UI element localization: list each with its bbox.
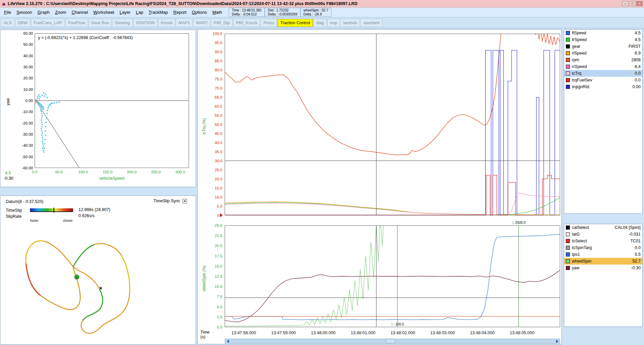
- channel-value: 0.0: [635, 245, 641, 250]
- tab-gear-box[interactable]: Gear Box: [89, 19, 112, 27]
- tab-p60-knock[interactable]: P60_Knock: [233, 19, 260, 27]
- tab-map2[interactable]: MAP2: [193, 19, 210, 27]
- x-tick: 13:48:00.000: [311, 331, 335, 335]
- channel-color-swatch: [566, 78, 570, 82]
- datum-panel: Datum(8 - 0:37.520) TimeSlip Sync × Time…: [0, 196, 196, 345]
- y-tick: 20.00: [23, 76, 33, 80]
- tab-standard[interactable]: standard: [360, 19, 382, 27]
- channel-value: 0.0: [635, 78, 641, 82]
- channel-color-swatch: [566, 252, 570, 256]
- menu-item-channel[interactable]: Channel: [69, 8, 91, 16]
- timeslip-gradient-bar[interactable]: [30, 208, 73, 212]
- menu-item-layer[interactable]: Layer: [117, 8, 133, 16]
- y-tick: 40.0: [215, 141, 222, 145]
- menu-item-report[interactable]: Report: [171, 8, 189, 16]
- tab-als[interactable]: ALS: [1, 19, 14, 27]
- tab-dbw[interactable]: DBW: [15, 19, 30, 27]
- channel-color-swatch: [566, 232, 570, 236]
- channel-row-rpm[interactable]: rpm2808: [564, 57, 642, 63]
- timeslip-sync-checkbox[interactable]: ×: [183, 199, 187, 203]
- yaw-scatter-plot[interactable]: [35, 33, 189, 168]
- channel-row-trqIgnRtd[interactable]: trqIgnRtd0.00: [564, 83, 642, 90]
- channel-row-trqFuelSev[interactable]: trqFuelSev0.0: [564, 77, 642, 83]
- menu-item-zoom[interactable]: Zoom: [52, 8, 69, 16]
- tab-knock[interactable]: Knock: [158, 19, 175, 27]
- tab-lambda[interactable]: lambda: [341, 19, 360, 27]
- menu-item-math[interactable]: Math: [210, 8, 225, 16]
- track-map[interactable]: 1✕: [9, 226, 157, 341]
- scroll-left-icon[interactable]: [225, 339, 230, 343]
- channel-color-swatch: [566, 31, 570, 35]
- channel-row-flSpeed[interactable]: flSpeed4.5: [564, 30, 642, 36]
- channel-value: 6.9: [635, 51, 641, 56]
- channel-row-frSpeed[interactable]: frSpeed4.5: [564, 36, 642, 43]
- channel-name: gear: [572, 44, 629, 49]
- y-tick: 0.00: [26, 99, 33, 103]
- tab-diag[interactable]: diag: [314, 19, 327, 27]
- y-tick: 10.0: [215, 195, 222, 199]
- channel-color-swatch: [566, 239, 570, 243]
- channel-row-calSelect[interactable]: calSelectCAL04 [Spint]: [564, 224, 642, 231]
- tab-p60-dip[interactable]: P60_Dip: [211, 19, 232, 27]
- tab-fuelflow[interactable]: FuelFlow: [65, 19, 88, 27]
- minimize-button-icon[interactable]: –: [622, 1, 629, 6]
- y-tick: 25.0: [215, 223, 222, 228]
- channel-name: rpm: [572, 58, 631, 62]
- tab-press[interactable]: Press: [261, 19, 277, 27]
- x-tick: 13:48:02.000: [390, 331, 415, 335]
- tab-fuelcons-lap[interactable]: FuelCons_LAP: [31, 19, 65, 27]
- channel-name: yaw: [572, 266, 631, 270]
- y-tick: 30.00: [23, 65, 33, 69]
- channel-row-rrSpeed[interactable]: rrSpeed6.4: [564, 63, 642, 70]
- menu-item-session[interactable]: Session: [14, 8, 35, 16]
- maximize-button-icon[interactable]: □: [629, 1, 636, 6]
- channel-row-gear[interactable]: gearFIRST: [564, 43, 642, 50]
- channel-row-latG[interactable]: latG-0.031: [564, 231, 642, 238]
- timeslip-gradient-marker[interactable]: [54, 208, 54, 213]
- y-tick: 5.0: [217, 305, 222, 309]
- tab-traction-control[interactable]: Traction Control: [278, 19, 313, 27]
- channel-value: 4.5: [635, 37, 641, 42]
- channel-row-tcTrq[interactable]: tcTrq0.0: [564, 70, 642, 77]
- y-tick: -10.00: [22, 110, 33, 114]
- x-tick: 13:48:05.000: [510, 331, 534, 335]
- tab-ignition[interactable]: IGNITION: [133, 19, 158, 27]
- x-tick: 13:48:03.000: [430, 331, 455, 335]
- x-tick: 300.0: [175, 170, 185, 174]
- tab-bar: ALSDBWFuelCons_LAPFuelFlowGear BoxGearin…: [0, 18, 644, 28]
- scrollbar-thumb[interactable]: [386, 339, 395, 343]
- channel-row-tcSpinTarg[interactable]: tcSpinTarg0.0: [564, 244, 642, 251]
- y-tick: 100.0: [213, 32, 222, 36]
- y-tick: 40.00: [23, 54, 33, 58]
- channel-value: TC01: [630, 239, 641, 243]
- channel-value: 52.7: [633, 259, 641, 264]
- channel-row-yaw[interactable]: yaw-0.30: [564, 265, 642, 271]
- wheelspin-chart-plot[interactable]: ▽ -100.0△ 2500.0: [225, 226, 560, 327]
- scrollbar-track[interactable]: [230, 339, 554, 343]
- app-logo-icon: [1, 1, 6, 6]
- channel-row-rlSpeed[interactable]: rlSpeed6.9: [564, 50, 642, 57]
- menu-item-graph[interactable]: Graph: [35, 8, 52, 16]
- scroll-right-icon[interactable]: [554, 339, 560, 343]
- channel-value: -0.30: [631, 266, 641, 270]
- scatter-x-ticks: 0.050.0100.0150.0200.0250.0300.0: [35, 170, 189, 175]
- channel-row-tps1[interactable]: tps15.5: [564, 251, 642, 258]
- menu-item-trackmap[interactable]: TrackMap: [146, 8, 170, 16]
- horizontal-scrollbar[interactable]: [225, 339, 560, 344]
- right-column: flSpeed4.5frSpeed4.5gearFIRSTrlSpeed6.9r…: [563, 29, 644, 345]
- charts-panel: tcTrq (%) 100.095.090.085.080.075.070.06…: [197, 29, 562, 344]
- tab-gearing[interactable]: Gearing: [112, 19, 132, 27]
- y-tick: 7.5: [217, 295, 222, 299]
- scatter-y-axis-label: yaw: [6, 98, 10, 105]
- menu-item-file[interactable]: File: [1, 8, 14, 16]
- y-tick: -20.00: [22, 121, 33, 125]
- channel-row-wheelSpin[interactable]: wheelSpin52.7: [564, 258, 642, 265]
- close-button-icon[interactable]: ×: [636, 1, 643, 6]
- menu-item-worksheet[interactable]: Worksheet: [91, 8, 117, 16]
- tab-eop[interactable]: eop: [327, 19, 340, 27]
- menu-item-lap[interactable]: Lap: [133, 8, 146, 16]
- menu-item-options[interactable]: Options: [189, 8, 210, 16]
- tab-map1[interactable]: MAP1: [176, 19, 193, 27]
- tctrq-chart-plot[interactable]: [225, 34, 560, 215]
- channel-row-tcSelect[interactable]: tcSelectTC01: [564, 238, 642, 244]
